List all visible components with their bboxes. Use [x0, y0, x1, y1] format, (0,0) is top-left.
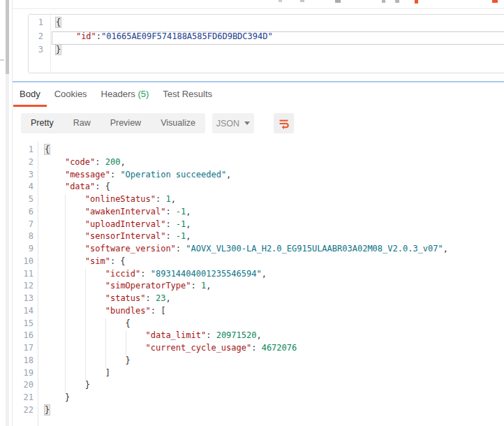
code-line: 8 "sensorInterval": -1,	[13, 231, 504, 244]
matched-bracket: {	[45, 145, 50, 154]
code-token: :	[176, 244, 186, 254]
line-number: 20	[13, 380, 39, 392]
code-line: 1{	[13, 145, 504, 157]
code-token: :	[165, 219, 175, 229]
indent-guide	[65, 269, 66, 281]
code-token	[45, 281, 105, 291]
code-line-content: {	[39, 318, 504, 331]
code-token	[45, 157, 65, 167]
code-token: :	[146, 293, 156, 303]
code-token: :	[96, 31, 101, 41]
view-pretty-button[interactable]: Pretty	[21, 113, 64, 133]
postman-response-view: 1{2 "id":"01665AE09F574188A585FD6D9BDC39…	[0, 0, 504, 426]
line-number: 6	[13, 207, 39, 219]
line-number: 17	[13, 343, 39, 355]
code-token: "code"	[65, 157, 95, 167]
line-number: 3	[13, 170, 39, 182]
line-number: 22	[13, 405, 39, 418]
request-body-editor[interactable]: 1{2 "id":"01665AE09F574188A585FD6D9BDC39…	[28, 14, 504, 73]
indent-guide	[65, 318, 66, 331]
pane-resize-divider[interactable]	[13, 81, 504, 82]
code-line: 16 "data_limit": 20971520,	[13, 330, 504, 343]
code-token: ,	[206, 281, 211, 291]
line-number: 12	[13, 281, 39, 293]
code-line-content: "message": "Operation succeeded",	[39, 170, 504, 182]
code-token: "sensorInterval"	[85, 231, 166, 241]
indent-guide	[85, 355, 86, 368]
code-token: ,	[165, 293, 170, 303]
code-line-content: "id":"01665AE09F574188A585FD6D9BDC394D"	[52, 31, 504, 45]
indent-guide	[85, 306, 86, 318]
code-line-content: "sim": {	[39, 256, 504, 269]
code-token: ,	[186, 219, 191, 229]
code-token	[45, 182, 65, 191]
code-line: 3}	[29, 45, 504, 59]
code-line-content: ]	[39, 368, 504, 381]
code-token: "Operation succeeded"	[120, 170, 226, 179]
code-line-content: }	[52, 45, 504, 59]
code-line: 2 "id":"01665AE09F574188A585FD6D9BDC394D…	[29, 31, 504, 45]
matched-bracket: {	[56, 17, 61, 27]
tab-headers[interactable]: Headers (5)	[101, 85, 149, 107]
indent-guide	[65, 330, 66, 343]
line-number: 21	[13, 392, 39, 405]
code-token: ,	[186, 207, 191, 216]
code-line-content: {	[39, 145, 504, 157]
response-tab-bar: Body Cookies Headers (5) Test Results	[13, 84, 504, 107]
code-line: 3 "message": "Operation succeeded",	[13, 170, 504, 182]
line-number: 15	[13, 318, 39, 331]
indent-guide	[85, 368, 86, 381]
code-token: }	[126, 355, 131, 365]
code-token: 20971520	[216, 330, 257, 340]
window-scrollbar-track[interactable]	[6, 0, 9, 426]
code-line: 4 "data": {	[13, 182, 504, 194]
tab-body[interactable]: Body	[20, 85, 40, 107]
code-token: ,	[443, 244, 448, 254]
code-token: "simOperatorType"	[105, 281, 191, 291]
view-preview-button[interactable]: Preview	[101, 113, 151, 133]
indent-guide	[85, 318, 86, 331]
line-number: 1	[29, 17, 52, 31]
indent-guide	[85, 330, 86, 343]
format-select-value: JSON	[216, 119, 239, 128]
view-mode-group: Pretty Raw Preview Visualize	[21, 113, 205, 133]
code-token: 200	[105, 157, 121, 167]
chevron-down-icon	[244, 122, 250, 125]
tab-cookies[interactable]: Cookies	[54, 85, 87, 107]
format-select[interactable]: JSON	[212, 113, 254, 133]
code-token: :	[165, 231, 175, 241]
line-number: 9	[13, 244, 39, 256]
indent-guide	[105, 318, 106, 331]
response-body-editor[interactable]: 1{2 "code": 200,3 "message": "Operation …	[13, 142, 504, 426]
view-visualize-button[interactable]: Visualize	[151, 113, 205, 133]
code-line-content: "sensorInterval": -1,	[39, 231, 504, 244]
code-token: : {	[110, 256, 126, 266]
tab-test-results-label: Test Results	[163, 89, 212, 99]
code-line: 10 "sim": {	[13, 256, 504, 269]
wrap-text-button[interactable]	[274, 113, 294, 133]
code-token: :	[165, 207, 175, 216]
code-token: "awakenInterval"	[85, 207, 166, 216]
wrap-text-icon	[278, 117, 290, 129]
view-raw-button[interactable]: Raw	[64, 113, 101, 133]
code-token: :	[156, 194, 165, 204]
tab-test-results[interactable]: Test Results	[163, 85, 212, 107]
indent-guide	[65, 194, 66, 207]
indent-guide	[105, 330, 106, 343]
indent-guide	[65, 244, 66, 256]
code-line-content: "onlineStatus": 1,	[39, 194, 504, 207]
code-token: :	[206, 330, 216, 340]
code-line: 12 "simOperatorType": 1,	[13, 281, 504, 293]
code-token: }	[65, 392, 70, 402]
code-token: "software_version"	[85, 244, 176, 254]
window-scrollbar-thumb[interactable]	[6, 0, 9, 74]
code-token: "iccid"	[105, 269, 141, 279]
code-token: "onlineStatus"	[85, 194, 156, 204]
code-line-content: }	[39, 405, 504, 418]
line-number: 7	[13, 219, 39, 232]
code-token: "data"	[65, 182, 95, 191]
code-token: "data_limit"	[146, 330, 207, 340]
indent-guide	[65, 343, 66, 355]
indent-guide	[65, 306, 66, 318]
tab-cookies-label: Cookies	[54, 89, 87, 99]
